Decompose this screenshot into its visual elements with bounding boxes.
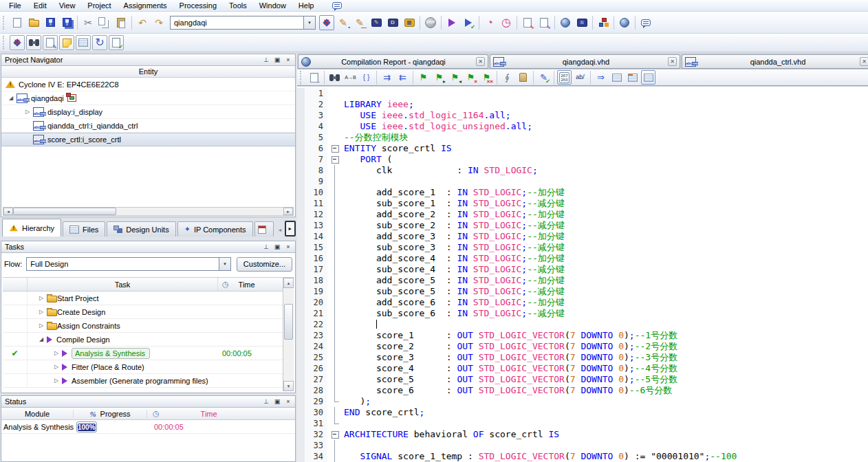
task-row-assign-constraints[interactable]: ▷Assign Constraints — [3, 319, 294, 333]
tab-design-units[interactable]: Design Units — [107, 221, 175, 236]
code-text[interactable]: add_score_2 : IN STD_LOGIC;--加分键 — [344, 209, 565, 220]
toolbar-grip[interactable] — [300, 71, 303, 85]
macro-icon[interactable] — [516, 70, 530, 85]
code-text[interactable]: END score_crtl; — [344, 407, 424, 418]
indent-icon[interactable]: ⇉ — [380, 70, 394, 85]
redo-icon[interactable]: ↷ — [151, 15, 166, 30]
chip-planner-icon[interactable]: ▦ — [402, 15, 417, 30]
close-icon[interactable]: × — [283, 243, 293, 250]
expander-icon[interactable]: ▷ — [36, 322, 47, 329]
stop-icon[interactable]: STOP — [423, 15, 438, 30]
spellcheck-icon[interactable]: ✎✔ — [536, 70, 551, 85]
pin-icon[interactable]: ⊥ — [261, 398, 271, 405]
code-text[interactable]: add_score_1 : IN STD_LOGIC;--加分键 — [344, 187, 565, 198]
timequest-icon[interactable]: ◷ — [499, 15, 514, 30]
toolbar-grip[interactable] — [3, 36, 6, 50]
code-text[interactable]: sub_score_6 : IN STD_LOGIC;--减分键 — [344, 308, 565, 319]
close-icon[interactable]: ✕ — [476, 57, 485, 66]
menu-assignments[interactable]: Assignments — [118, 1, 173, 10]
bookmark-delete-icon[interactable]: ⚑× — [464, 70, 478, 85]
close-icon[interactable]: ✕ — [860, 57, 868, 66]
bookmark-prev-icon[interactable]: ⚑◂ — [448, 70, 462, 85]
code-text[interactable]: score_5 : OUT STD_LOGIC_VECTOR(7 DOWNTO … — [344, 374, 677, 385]
customize-button[interactable]: Customize... — [237, 257, 292, 272]
tab-files[interactable]: Files — [63, 221, 105, 236]
expander-icon[interactable]: ◢ — [6, 95, 17, 101]
code-text[interactable]: USE ieee.std_logic_unsigned.all; — [344, 121, 532, 132]
pin-planner-icon[interactable]: ✎— — [352, 15, 367, 30]
feedback-icon[interactable] — [638, 15, 653, 30]
refresh-icon[interactable]: ↻ — [92, 35, 107, 50]
fold-toggle-icon[interactable] — [327, 143, 344, 154]
in-system-editor-icon[interactable]: ≋ — [574, 15, 589, 30]
code-text[interactable]: USE ieee.std_logic_1164.all; — [344, 110, 511, 121]
code-text[interactable]: sub_score_5 : IN STD_LOGIC;--减分键 — [344, 286, 565, 297]
netlist-writer-icon[interactable]: ∿ — [520, 15, 535, 30]
code-text[interactable]: sub_score_1 : IN STD_LOGIC;--减分键 — [344, 198, 565, 209]
programmer-icon[interactable] — [558, 15, 573, 30]
tab-scroll-left-icon[interactable]: ◄ — [275, 223, 284, 236]
settings-icon[interactable] — [319, 15, 334, 30]
close-icon[interactable]: × — [283, 56, 293, 63]
expander-icon[interactable]: ▷ — [51, 350, 62, 356]
task-row-assembler-generate-programming-files-[interactable]: ▷Assembler (Generate programming files) — [3, 374, 294, 388]
float-icon[interactable]: ▣ — [272, 398, 282, 405]
assignment-editor-icon[interactable]: ✎• — [336, 15, 351, 30]
menu-project[interactable]: Project — [81, 1, 117, 10]
check-syntax-icon[interactable]: ✔ — [109, 35, 124, 50]
task-row-compile-design[interactable]: ◢Compile Design — [3, 333, 294, 346]
menu-edit[interactable]: Edit — [28, 1, 53, 10]
tree-node-cyclone-iv-e-ep4ce6e22c8[interactable]: Cyclone IV E: EP4CE6E22C8 — [1, 78, 295, 91]
expander-icon[interactable]: ◢ — [36, 336, 47, 342]
code-text[interactable]: SIGNAL score_1_temp : STD_LOGIC_VECTOR(7… — [344, 451, 737, 462]
code-editor[interactable]: 12LIBRARY ieee;3 USE ieee.std_logic_1164… — [297, 87, 868, 462]
update-timing-netlist-icon[interactable]: ◔ — [482, 15, 497, 30]
bookmark-icon[interactable]: ⚑ — [416, 70, 431, 85]
unindent-icon[interactable]: ⇇ — [395, 70, 410, 85]
code-text[interactable]: score_2 : OUT STD_LOGIC_VECTOR(7 DOWNTO … — [344, 341, 677, 352]
scroll-up-icon[interactable]: ▲ — [283, 278, 294, 288]
menu-window[interactable]: Window — [253, 1, 292, 10]
menu-view[interactable]: View — [53, 1, 82, 10]
code-text[interactable]: score_1 : OUT STD_LOGIC_VECTOR(7 DOWNTO … — [344, 330, 677, 341]
paste-icon[interactable] — [113, 15, 129, 30]
rtl-viewer-icon[interactable] — [596, 15, 611, 30]
feedback-icon[interactable] — [329, 0, 345, 13]
new-file-icon[interactable] — [10, 15, 25, 30]
line-numbers-icon[interactable]: 267268 — [557, 70, 572, 85]
navigator-hscrollbar[interactable]: ◄ ► — [3, 207, 294, 216]
tab-more[interactable] — [254, 221, 274, 236]
pin-icon[interactable]: ⊥ — [261, 243, 271, 250]
code-text[interactable]: sub_score_2 : IN STD_LOGIC;--减分键 — [344, 220, 565, 231]
view-outline-icon[interactable] — [625, 70, 640, 85]
fold-toggle-icon[interactable] — [327, 429, 344, 440]
code-text[interactable]: score_4 : OUT STD_LOGIC_VECTOR(7 DOWNTO … — [344, 363, 677, 374]
task-row-analysis-synthesis[interactable]: ✔▷Analysis & Synthesis00:00:05 — [3, 346, 294, 360]
save-project-icon[interactable] — [59, 15, 74, 30]
code-text[interactable]: sub_score_3 : IN STD_LOGIC;--减分键 — [344, 242, 565, 253]
flow-select[interactable]: Full Design ▼ — [26, 257, 231, 271]
code-text[interactable]: score_6 : OUT STD_LOGIC_VECTOR(7 DOWNTO … — [344, 385, 672, 396]
code-text[interactable]: ARCHITECTURE behavioral OF score_crtl IS — [344, 429, 559, 440]
view-lines-icon[interactable] — [609, 70, 624, 85]
settings-icon[interactable] — [10, 35, 25, 50]
expander-icon[interactable]: ▷ — [22, 109, 33, 115]
close-icon[interactable]: × — [283, 398, 293, 405]
code-text[interactable]: clk : IN STD_LOGIC; — [344, 165, 538, 176]
expander-icon[interactable]: ▷ — [51, 364, 62, 370]
code-text[interactable]: sub_score_4 : IN STD_LOGIC;--减分键 — [344, 264, 565, 275]
bookmark-delete-all-icon[interactable]: ⚑×× — [479, 70, 494, 85]
find-icon[interactable] — [327, 70, 342, 85]
editor-tab-qiandda-ctrl-vhd[interactable]: abcVHDqiandda_ctrl.vhd✕ — [682, 54, 868, 69]
pin-icon[interactable]: ⊥ — [261, 56, 271, 63]
cut-icon[interactable]: ✂ — [80, 15, 96, 30]
word-match-icon[interactable]: ab/ — [573, 70, 587, 85]
edit-icon[interactable]: ✎ — [43, 35, 58, 50]
replace-icon[interactable]: A→B — [343, 70, 358, 85]
attach-icon[interactable]: ∮ — [500, 70, 514, 85]
expander-icon[interactable]: ▷ — [51, 377, 62, 384]
tree-node-qiangdaqi[interactable]: ◢abcVHDqiangdaqi — [1, 91, 295, 105]
code-text[interactable]: ); — [344, 396, 371, 407]
expander-icon[interactable]: ▷ — [36, 295, 47, 301]
scroll-right-icon[interactable]: ► — [283, 208, 293, 215]
